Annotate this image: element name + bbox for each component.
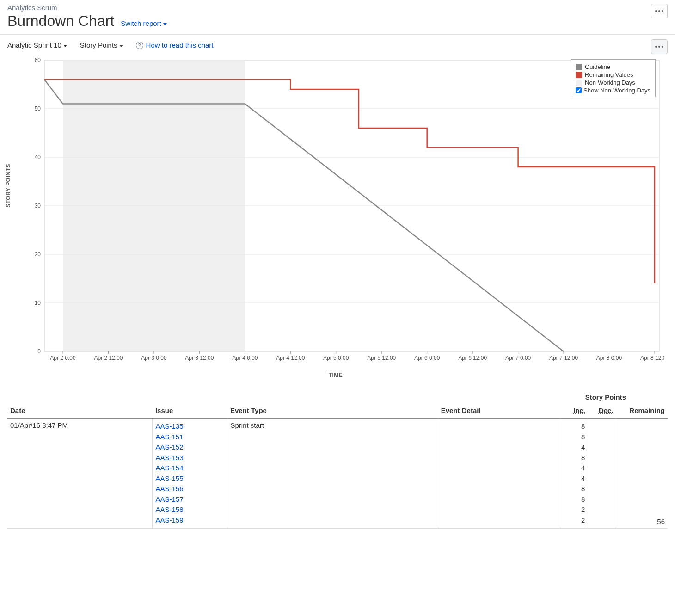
issue-link[interactable]: AAS-157 bbox=[155, 494, 224, 505]
cell-remaining: 56 bbox=[616, 419, 668, 529]
svg-text:Apr 5 0:00: Apr 5 0:00 bbox=[323, 355, 349, 361]
issue-link[interactable]: AAS-155 bbox=[155, 474, 224, 484]
cell-date: 01/Apr/16 3:47 PM bbox=[7, 419, 153, 529]
legend-guideline-label: Guideline bbox=[585, 63, 610, 70]
cell-dec bbox=[588, 419, 616, 529]
page-title: Burndown Chart bbox=[7, 12, 114, 30]
svg-text:10: 10 bbox=[35, 300, 41, 306]
estimation-selector[interactable]: Story Points bbox=[80, 41, 123, 49]
svg-text:Apr 2 12:00: Apr 2 12:00 bbox=[94, 355, 123, 361]
burndown-chart: STORY POINTS 0102030405060Apr 2 0:00Apr … bbox=[7, 55, 664, 379]
svg-text:Apr 2 0:00: Apr 2 0:00 bbox=[50, 355, 76, 361]
help-icon: ? bbox=[136, 42, 143, 49]
issue-link[interactable]: AAS-151 bbox=[155, 432, 224, 443]
issue-link[interactable]: AAS-158 bbox=[155, 505, 224, 515]
legend-swatch-nonworking bbox=[576, 80, 582, 86]
x-axis-label: TIME bbox=[7, 372, 664, 378]
svg-text:30: 30 bbox=[35, 203, 41, 209]
col-event-detail: Event Detail bbox=[438, 403, 560, 419]
legend-remaining-label: Remaining Values bbox=[585, 71, 633, 78]
svg-text:40: 40 bbox=[35, 154, 41, 160]
issue-link[interactable]: AAS-154 bbox=[155, 463, 224, 474]
show-nonworking-checkbox[interactable] bbox=[576, 87, 582, 93]
svg-text:Apr 6 0:00: Apr 6 0:00 bbox=[414, 355, 440, 361]
issue-link[interactable]: AAS-159 bbox=[155, 515, 224, 526]
svg-text:20: 20 bbox=[35, 251, 41, 258]
svg-text:Apr 4 0:00: Apr 4 0:00 bbox=[232, 355, 258, 361]
toolbar-more-button[interactable] bbox=[651, 39, 668, 54]
svg-text:50: 50 bbox=[35, 105, 41, 112]
issue-link[interactable]: AAS-153 bbox=[155, 453, 224, 463]
issue-link[interactable]: AAS-135 bbox=[155, 421, 224, 432]
chart-legend: Guideline Remaining Values Non-Working D… bbox=[571, 59, 656, 97]
svg-text:Apr 3 12:00: Apr 3 12:00 bbox=[185, 355, 214, 361]
svg-text:Apr 3 0:00: Apr 3 0:00 bbox=[141, 355, 167, 361]
issue-link[interactable]: AAS-156 bbox=[155, 484, 224, 494]
svg-text:Apr 5 12:00: Apr 5 12:00 bbox=[367, 355, 396, 361]
svg-text:Apr 4 12:00: Apr 4 12:00 bbox=[276, 355, 305, 361]
help-link[interactable]: ? How to read this chart bbox=[136, 41, 214, 49]
svg-text:Apr 6 12:00: Apr 6 12:00 bbox=[458, 355, 487, 361]
cell-inc: 8848448822 bbox=[560, 419, 588, 529]
col-dec: Dec. bbox=[588, 403, 616, 419]
svg-text:Apr 8 0:00: Apr 8 0:00 bbox=[596, 355, 622, 361]
cell-event-type: Sprint start bbox=[227, 419, 438, 529]
col-issue: Issue bbox=[153, 403, 227, 419]
svg-text:Apr 8 12:00: Apr 8 12:00 bbox=[640, 355, 664, 361]
legend-nonworking-label: Non-Working Days bbox=[585, 79, 635, 86]
issue-link[interactable]: AAS-152 bbox=[155, 442, 224, 453]
legend-swatch-guideline bbox=[576, 64, 582, 70]
col-inc: Inc. bbox=[560, 403, 588, 419]
legend-swatch-remaining bbox=[576, 72, 582, 78]
switch-report-link[interactable]: Switch report bbox=[121, 19, 167, 27]
svg-text:0: 0 bbox=[37, 348, 41, 355]
y-axis-label: STORY POINTS bbox=[5, 164, 12, 207]
col-date: Date bbox=[7, 403, 153, 419]
table-row: 01/Apr/16 3:47 PMAAS-135AAS-151AAS-152AA… bbox=[7, 419, 668, 529]
detail-table: Date Issue Event Type Event Detail Inc. … bbox=[7, 403, 668, 529]
show-nonworking-label: Show Non-Working Days bbox=[583, 87, 650, 94]
sprint-selector[interactable]: Analytic Sprint 10 bbox=[7, 41, 67, 49]
svg-text:Apr 7 0:00: Apr 7 0:00 bbox=[505, 355, 531, 361]
header-more-button[interactable] bbox=[651, 4, 668, 18]
cell-event-detail bbox=[438, 419, 560, 529]
svg-text:60: 60 bbox=[35, 57, 41, 63]
more-icon bbox=[655, 46, 657, 48]
more-icon bbox=[655, 10, 657, 12]
project-label: Analytics Scrum bbox=[7, 4, 668, 12]
cell-issues: AAS-135AAS-151AAS-152AAS-153AAS-154AAS-1… bbox=[153, 419, 227, 529]
story-points-group-header: Story Points bbox=[7, 393, 668, 401]
col-event-type: Event Type bbox=[227, 403, 438, 419]
svg-text:Apr 7 12:00: Apr 7 12:00 bbox=[549, 355, 578, 361]
help-link-label: How to read this chart bbox=[146, 41, 214, 49]
col-remaining: Remaining bbox=[616, 403, 668, 419]
